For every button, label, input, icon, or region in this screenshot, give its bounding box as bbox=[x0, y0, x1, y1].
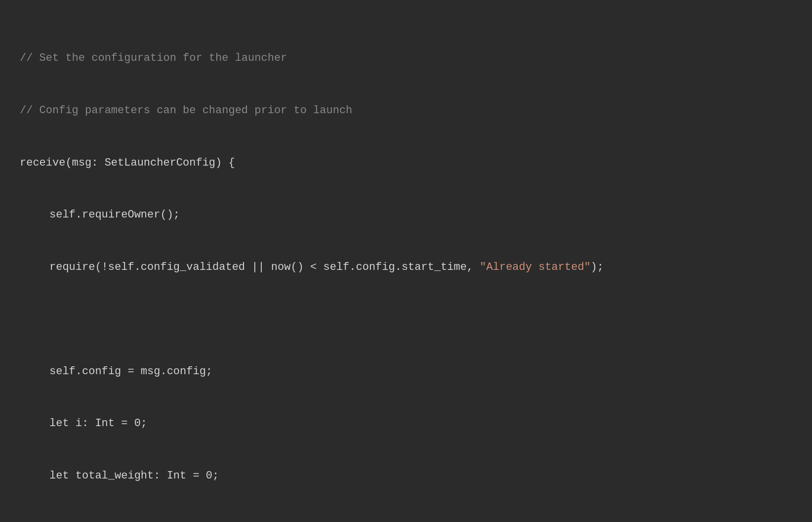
code-text: let total_weight: Int = 0; bbox=[49, 467, 219, 484]
code-text: repeat (msg.config.claim_config.total_ph… bbox=[49, 519, 356, 522]
line-1: // Set the configuration for the launche… bbox=[20, 49, 792, 67]
code-text: require(!self.config_validated || now() … bbox=[49, 259, 604, 276]
code-editor: // Set the configuration for the launche… bbox=[20, 15, 792, 522]
line-3: receive(msg: SetLauncherConfig) { bbox=[20, 154, 792, 172]
line-6: self.config = msg.config; bbox=[20, 363, 792, 380]
line-5: require(!self.config_validated || now() … bbox=[20, 259, 792, 276]
code-text: self.requireOwner(); bbox=[49, 206, 180, 223]
code-text: self.config = msg.config; bbox=[49, 363, 212, 380]
line-8: let total_weight: Int = 0; bbox=[20, 467, 792, 484]
line-empty-1 bbox=[20, 310, 792, 328]
line-2: // Config parameters can be changed prio… bbox=[20, 102, 792, 119]
code-text: let i: Int = 0; bbox=[49, 415, 147, 432]
line-4: self.requireOwner(); bbox=[20, 206, 792, 223]
line-7: let i: Int = 0; bbox=[20, 415, 792, 432]
comment-text: // Config parameters can be changed prio… bbox=[20, 102, 352, 119]
code-text: receive(msg: SetLauncherConfig) { bbox=[20, 154, 235, 172]
line-9: repeat (msg.config.claim_config.total_ph… bbox=[20, 519, 792, 522]
comment-text: // Set the configuration for the launche… bbox=[20, 49, 287, 67]
